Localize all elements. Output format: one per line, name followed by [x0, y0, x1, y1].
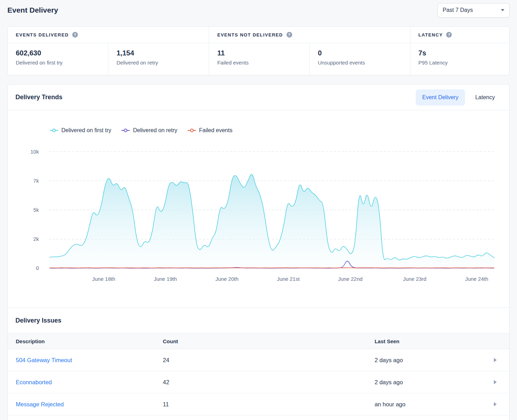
svg-text:10k: 10k: [31, 149, 39, 155]
svg-text:2k: 2k: [33, 236, 39, 242]
stat-group-title: EVENTS DELIVERED: [16, 32, 69, 38]
stat-group-events-not-delivered: EVENTS NOT DELIVERED ? 11 Failed events …: [209, 27, 410, 75]
trends-tabs: Event Delivery Latency: [416, 89, 502, 106]
help-icon[interactable]: ?: [446, 32, 452, 38]
legend-label: Delivered on retry: [133, 127, 177, 134]
issue-last-seen: 2 days ago: [375, 357, 490, 364]
svg-text:June 19th: June 19th: [154, 276, 177, 282]
issue-link[interactable]: Message Rejected: [16, 401, 163, 408]
chevron-down-icon: [501, 9, 504, 11]
column-header-count: Count: [163, 338, 375, 344]
issue-link[interactable]: Econnaborted: [16, 379, 163, 386]
stat-cell: 11 Failed events: [209, 43, 309, 75]
svg-text:June 18th: June 18th: [92, 276, 115, 282]
row-expand-button[interactable]: [490, 380, 509, 384]
table-row[interactable]: Econnaborted 42 2 days ago: [8, 371, 509, 393]
issue-link[interactable]: 504 Gateway Timeout: [16, 357, 163, 364]
stat-value: 602,630: [16, 49, 100, 57]
chart-area: Delivered on first try Delivered on retr…: [8, 110, 509, 307]
issue-count: 42: [163, 379, 375, 386]
stat-cell: 1,154 Delivered on retry: [108, 43, 209, 75]
table-row[interactable]: 504 Gateway Timeout 24 2 days ago: [8, 349, 509, 371]
legend-swatch-icon: [121, 128, 130, 133]
row-expand-button[interactable]: [490, 402, 509, 406]
stats-summary-card: EVENTS DELIVERED ? 602,630 Delivered on …: [7, 26, 510, 75]
legend-item-retry[interactable]: Delivered on retry: [121, 127, 177, 134]
date-range-value: Past 7 Days: [443, 7, 473, 13]
page-title: Event Delivery: [7, 6, 58, 14]
stat-group-events-delivered: EVENTS DELIVERED ? 602,630 Delivered on …: [8, 27, 209, 75]
column-header-last-seen: Last Seen: [375, 338, 490, 344]
chart-legend: Delivered on first try Delivered on retr…: [49, 127, 502, 134]
chevron-right-icon: [494, 402, 497, 406]
legend-label: Failed events: [199, 127, 233, 134]
delivery-trends-card: Delivery Trends Event Delivery Latency D…: [7, 84, 510, 420]
issue-last-seen: 2 days ago: [375, 379, 490, 386]
stat-label: Delivered on first try: [16, 60, 100, 66]
svg-text:0: 0: [36, 265, 39, 271]
legend-swatch-icon: [49, 128, 59, 133]
date-range-dropdown[interactable]: Past 7 Days: [437, 3, 510, 18]
svg-text:June 24th: June 24th: [465, 276, 488, 282]
legend-swatch-icon: [187, 128, 196, 133]
stat-value: 7s: [418, 49, 501, 57]
svg-text:June 23rd: June 23rd: [403, 276, 427, 282]
chevron-right-icon: [494, 358, 497, 362]
issue-last-seen: an hour ago: [375, 401, 490, 408]
stat-group-latency: LATENCY ? 7s P95 Latency: [410, 27, 509, 75]
stat-group-title: LATENCY: [418, 32, 443, 38]
svg-text:5k: 5k: [33, 207, 39, 213]
stat-value: 0: [318, 49, 402, 57]
stat-group-title: EVENTS NOT DELIVERED: [217, 32, 283, 38]
stat-label: Delivered on retry: [116, 60, 201, 66]
top-bar: Event Delivery Past 7 Days: [7, 3, 510, 18]
stat-cell: 602,630 Delivered on first try: [8, 43, 108, 75]
stat-value: 1,154: [116, 49, 201, 57]
issue-count: 24: [163, 357, 375, 364]
table-row[interactable]: Message Rejected 11 an hour ago: [8, 393, 509, 415]
tab-event-delivery[interactable]: Event Delivery: [416, 89, 465, 106]
row-expand-button[interactable]: [490, 358, 509, 362]
legend-label: Delivered on first try: [61, 127, 111, 134]
delivery-issues-section: Delivery Issues Description Count Last S…: [8, 307, 509, 415]
help-icon[interactable]: ?: [287, 32, 292, 38]
column-header-description: Description: [16, 338, 163, 344]
chevron-right-icon: [494, 380, 497, 384]
issues-table-header: Description Count Last Seen: [8, 333, 509, 349]
tab-latency[interactable]: Latency: [469, 89, 502, 106]
stat-value: 11: [217, 49, 301, 57]
delivery-issues-title: Delivery Issues: [15, 317, 61, 324]
svg-text:7k: 7k: [33, 178, 39, 184]
stat-label: Failed events: [217, 60, 301, 66]
issue-count: 11: [163, 401, 375, 408]
legend-item-first-try[interactable]: Delivered on first try: [49, 127, 111, 134]
stat-label: Unsupported events: [318, 60, 402, 66]
help-icon[interactable]: ?: [72, 32, 78, 38]
stat-cell: 7s P95 Latency: [410, 43, 509, 75]
delivery-trends-title: Delivery Trends: [15, 94, 62, 101]
svg-text:June 20th: June 20th: [215, 276, 239, 282]
delivery-trends-chart: 02k5k7k10kJune 18thJune 19thJune 20thJun…: [15, 141, 502, 300]
stat-label: P95 Latency: [418, 60, 501, 66]
stat-cell: 0 Unsupported events: [309, 43, 410, 75]
legend-item-failed[interactable]: Failed events: [187, 127, 233, 134]
svg-text:June 22nd: June 22nd: [338, 276, 363, 282]
trends-header: Delivery Trends Event Delivery Latency: [8, 84, 509, 110]
svg-text:June 21st: June 21st: [277, 276, 300, 282]
